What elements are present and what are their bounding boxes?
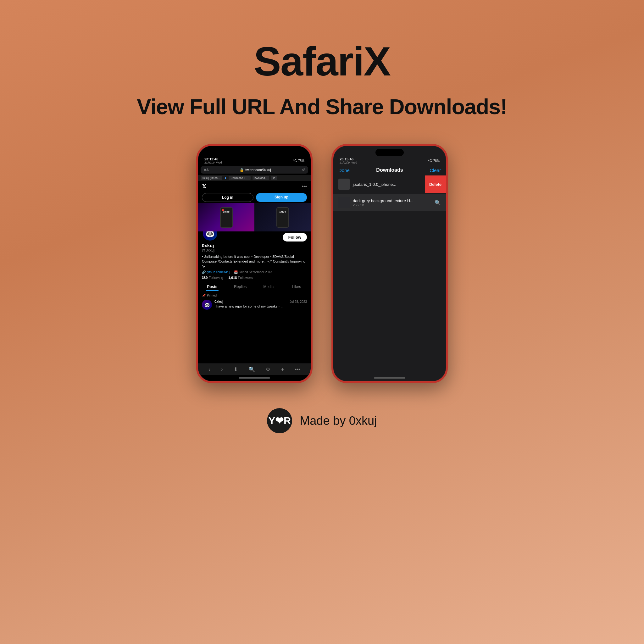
search-icon[interactable]: 🔍	[249, 366, 255, 372]
page-title: SafariX	[254, 38, 390, 85]
tweet-content: 0xkuj Jul 28, 2023 I have a new repo for…	[214, 300, 307, 310]
add-icon[interactable]: +	[281, 367, 284, 372]
github-link[interactable]: 🔗 github.com/0xkuj	[202, 270, 230, 274]
calendar-icon: 📅	[234, 270, 238, 274]
join-text: Joined September 2013	[239, 270, 272, 274]
x-header: 𝕏 •••	[198, 181, 311, 192]
page-subtitle: View Full URL And Share Downloads!	[137, 94, 507, 119]
status-bar-2: 23:15:46 21/02/24 Wed 4G 78%	[333, 156, 446, 165]
tab-1[interactable]: 0xkuj (@0xk...	[201, 176, 222, 180]
settings-icon[interactable]: ⚙	[266, 366, 270, 372]
footer-made-by: Made by 0xkuj	[300, 414, 377, 428]
downloads-header: Done Downloads Clear	[333, 165, 446, 175]
tweet-header: 0xkuj Jul 28, 2023	[214, 300, 307, 303]
status-bar-1: 23:12:46 21/02/24 Wed 4G 75%	[198, 156, 311, 165]
status-right-2: 4G 78%	[428, 159, 440, 163]
home-bar-1	[239, 377, 270, 379]
x-auth-buttons: Log in Sign up	[198, 192, 311, 203]
downloads-title: Downloads	[376, 167, 403, 173]
dynamic-island-1	[240, 149, 269, 156]
download-item-2[interactable]: dark grey background texture H... 266 KB…	[333, 194, 446, 211]
download-size-2: 266 KB	[353, 203, 431, 207]
phone-mockup-time-2: 14:34	[277, 208, 288, 213]
tweet-item: 🐼 0xkuj Jul 28, 2023 I have a new repo f…	[198, 298, 311, 311]
link-icon: 🔗	[202, 270, 206, 274]
x-logo-icon: 𝕏	[202, 183, 207, 190]
status-right-1: 4G 75%	[293, 159, 304, 163]
download-filename-2: dark grey background texture H...	[353, 198, 431, 203]
forward-icon[interactable]: ›	[221, 367, 223, 372]
download-thumb-2	[338, 197, 350, 208]
tab-replies[interactable]: Replies	[226, 282, 255, 291]
x-bio: • Jailbreaking before it was cool • Deve…	[202, 254, 307, 269]
home-bar-2	[374, 377, 405, 379]
more-icon[interactable]: •••	[295, 367, 300, 372]
download2-search-icon[interactable]: 🔍	[435, 200, 441, 206]
x-username: 0xkuj	[202, 243, 307, 248]
x-links: 🔗 github.com/0xkuj 📅 Joined September 20…	[202, 270, 307, 274]
downloads-clear-button[interactable]: Clear	[430, 168, 441, 173]
tweet-avatar-emoji: 🐼	[204, 302, 210, 307]
download-delete-button[interactable]: Delete	[425, 175, 446, 193]
tab-2[interactable]: Download iO...	[229, 176, 251, 180]
download-info-1: j.safarix_1.0.0_iphone...	[353, 182, 424, 187]
x-hero-images: 10:48 14:34	[198, 203, 311, 231]
battery-2: 78%	[433, 159, 440, 163]
phone1-screen: 23:12:46 21/02/24 Wed 4G 75% AA 🔒 twitte…	[198, 146, 311, 381]
tweet-date: Jul 28, 2023	[290, 300, 307, 303]
x-handle: @0xkuj	[202, 248, 307, 253]
address-bar-aa: AA	[204, 168, 209, 172]
network-type-2: 4G	[428, 159, 432, 163]
tab-download-icon: ⬇	[224, 176, 227, 180]
tab-4[interactable]: le	[271, 176, 277, 180]
safari-toolbar-1: ‹ › ⬇ 🔍 ⚙ + •••	[198, 364, 311, 375]
tab-3[interactable]: bwnload...	[253, 176, 269, 180]
phone-2: 23:15:46 21/02/24 Wed 4G 78% Done Downlo…	[331, 144, 448, 383]
footer-logo: Y❤R	[267, 408, 292, 433]
back-icon[interactable]: ‹	[208, 367, 210, 372]
x-more-icon[interactable]: •••	[302, 184, 307, 189]
phones-showcase: 23:12:46 21/02/24 Wed 4G 75% AA 🔒 twitte…	[196, 144, 448, 383]
download-item-1[interactable]: j.safarix_1.0.0_iphone... 🔍 ⬆ Delete	[333, 175, 446, 193]
lock-icon: 🔒	[240, 168, 244, 172]
tab-posts[interactable]: Posts	[198, 282, 226, 291]
pin-icon: 📌	[202, 294, 206, 297]
github-text: github.com/0xkuj	[207, 270, 230, 274]
tab-media[interactable]: Media	[254, 282, 283, 291]
pinned-label: 📌 Pinned	[198, 291, 311, 298]
battery-1: 75%	[298, 159, 304, 163]
tabs-bar-1: 0xkuj (@0xk... ⬇ Download iO... bwnload.…	[198, 175, 311, 181]
address-bar-1[interactable]: AA 🔒 twitter.com/0xkuj ↺	[201, 166, 308, 174]
login-button[interactable]: Log in	[202, 193, 253, 202]
followers-count: 1,618 Followers	[228, 276, 253, 280]
signup-button[interactable]: Sign up	[256, 193, 307, 202]
hero-image-left: 10:48	[198, 203, 254, 231]
download-info-2: dark grey background texture H... 266 KB	[353, 198, 431, 207]
tab-likes[interactable]: Likes	[283, 282, 311, 291]
url-text: twitter.com/0xkuj	[245, 168, 271, 172]
network-type-1: 4G	[293, 159, 297, 163]
phone-1: 23:12:46 21/02/24 Wed 4G 75% AA 🔒 twitte…	[196, 144, 313, 383]
status-time-2: 23:15:46	[340, 157, 357, 161]
footer: Y❤R Made by 0xkuj	[267, 408, 377, 433]
x-content: 𝕏 ••• Log in Sign up 10:48	[198, 181, 311, 364]
tweet-username: 0xkuj	[214, 300, 223, 303]
home-indicator-1	[198, 375, 311, 381]
dynamic-island-2	[375, 149, 404, 156]
phone2-screen: 23:15:46 21/02/24 Wed 4G 78% Done Downlo…	[333, 146, 446, 381]
downloads-icon[interactable]: ⬇	[234, 366, 238, 372]
following-count: 389 Following	[202, 276, 223, 280]
status-date-2: 21/02/24 Wed	[340, 161, 357, 164]
download-thumb-1	[338, 179, 350, 190]
home-indicator-2	[333, 375, 446, 381]
x-profile-section: 🐼 Follow 0xkuj @0xkuj • Jailbreaking bef…	[198, 231, 311, 280]
join-date: 📅 Joined September 2013	[234, 270, 272, 274]
follow-button[interactable]: Follow	[283, 233, 307, 241]
x-nav-tabs: Posts Replies Media Likes	[198, 282, 311, 291]
x-stats: 389 Following 1,618 Followers	[202, 276, 307, 280]
tweet-text: I have a new repo for some of my tweaks …	[214, 304, 307, 309]
status-time-1: 23:12:46	[204, 157, 222, 161]
downloads-done-button[interactable]: Done	[338, 168, 350, 173]
reload-icon[interactable]: ↺	[302, 168, 305, 172]
download-filename-1: j.safarix_1.0.0_iphone...	[353, 182, 424, 187]
